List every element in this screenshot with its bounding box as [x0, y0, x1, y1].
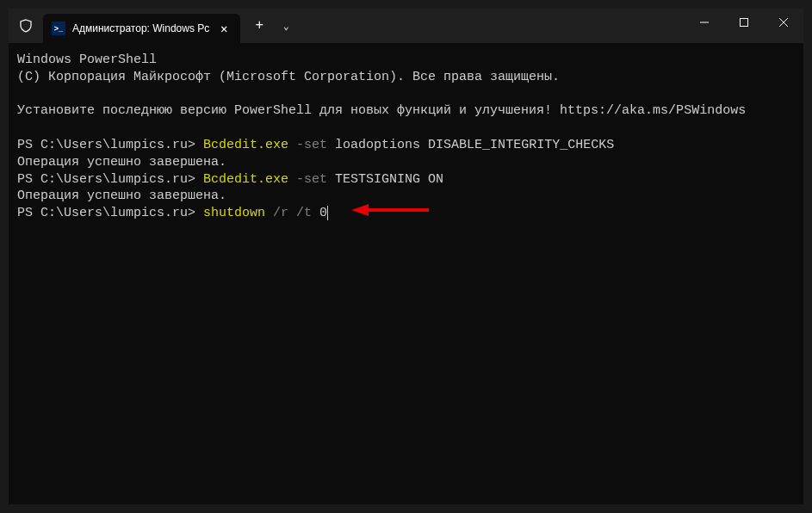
chevron-down-icon[interactable]: ⌄ — [273, 21, 299, 32]
text-cursor — [327, 206, 328, 220]
output-line: Операция успешно завершена. — [17, 155, 226, 170]
window-controls — [685, 9, 803, 36]
tab-powershell[interactable]: >_ Администратор: Windows Pc ✕ — [43, 14, 240, 43]
banner-line-2: (C) Корпорация Майкрософт (Microsoft Cor… — [17, 70, 560, 84]
output-line: Операция успешно завершена. — [17, 189, 226, 203]
tab-title: Администратор: Windows Pc — [72, 22, 209, 34]
new-tab-button[interactable]: + — [245, 18, 273, 34]
shield-icon — [9, 19, 43, 33]
cmd-flag: -set — [296, 172, 335, 187]
cmd-args: loadoptions DISABLE_INTEGRITY_CHECKS — [335, 138, 614, 152]
prompt: PS C:\Users\lumpics.ru> — [17, 206, 203, 220]
titlebar: >_ Администратор: Windows Pc ✕ + ⌄ — [9, 9, 803, 43]
cmd-args: TESTSIGNING ON — [335, 172, 443, 187]
terminal-body[interactable]: Windows PowerShell (C) Корпорация Майкро… — [9, 43, 803, 504]
cmd-args: 0 — [319, 206, 327, 220]
cmd-flag: -set — [296, 138, 335, 152]
close-button[interactable] — [764, 9, 803, 36]
cmd-exe: Bcdedit.exe — [203, 138, 296, 152]
banner-line-1: Windows PowerShell — [17, 53, 157, 67]
maximize-button[interactable] — [724, 9, 764, 36]
terminal-window: >_ Администратор: Windows Pc ✕ + ⌄ Windo… — [9, 9, 803, 504]
svg-marker-5 — [351, 204, 369, 216]
arrow-annotation — [351, 203, 429, 217]
svg-rect-1 — [741, 19, 748, 27]
prompt: PS C:\Users\lumpics.ru> — [17, 138, 203, 152]
minimize-button[interactable] — [685, 9, 724, 36]
cmd-flag: /r /t — [273, 206, 319, 220]
prompt: PS C:\Users\lumpics.ru> — [17, 172, 203, 187]
cmd-exe: Bcdedit.exe — [203, 172, 296, 187]
powershell-icon: >_ — [52, 22, 65, 35]
close-icon[interactable]: ✕ — [216, 21, 232, 36]
install-hint: Установите последнюю версию PowerShell д… — [17, 103, 746, 118]
cmd-exe: shutdown — [203, 206, 273, 220]
